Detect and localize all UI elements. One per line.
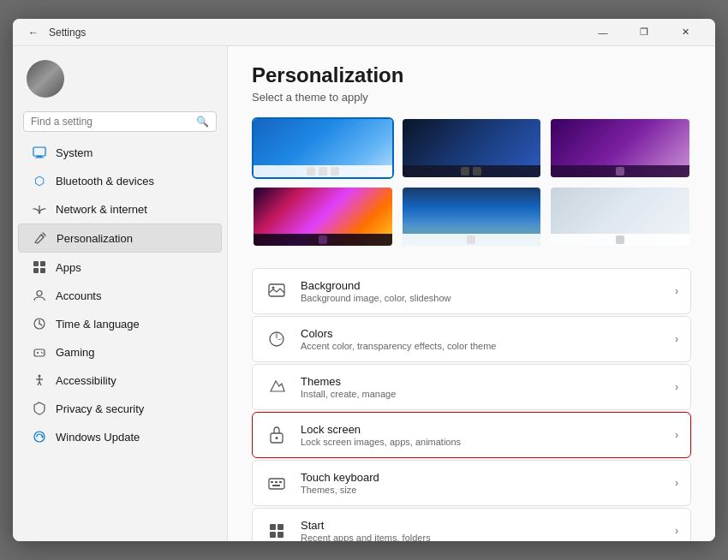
sidebar-item-system-label: System bbox=[56, 146, 92, 159]
avatar bbox=[27, 60, 64, 98]
svg-rect-8 bbox=[40, 268, 45, 273]
themes-text: Themes Install, create, manage bbox=[301, 375, 663, 399]
system-icon bbox=[32, 145, 47, 160]
sidebar-item-gaming-label: Gaming bbox=[56, 346, 95, 359]
theme-grid bbox=[252, 117, 691, 247]
sidebar-item-accessibility[interactable]: Accessibility bbox=[18, 366, 222, 394]
sidebar-item-bluetooth-label: Bluetooth & devices bbox=[56, 175, 154, 188]
lock-screen-chevron: › bbox=[675, 429, 678, 441]
background-chevron: › bbox=[675, 285, 678, 297]
settings-item-lock-screen[interactable]: Lock screen Lock screen images, apps, an… bbox=[252, 412, 691, 458]
titlebar: ← Settings — ❐ ✕ bbox=[13, 19, 715, 46]
sidebar-item-update-label: Windows Update bbox=[56, 431, 140, 444]
start-icon bbox=[265, 519, 289, 541]
svg-line-22 bbox=[39, 382, 41, 385]
settings-item-start[interactable]: Start Recent apps and items, folders › bbox=[252, 508, 691, 541]
svg-point-3 bbox=[39, 211, 40, 213]
svg-rect-30 bbox=[269, 479, 284, 489]
svg-point-26 bbox=[272, 287, 275, 289]
start-text: Start Recent apps and items, folders bbox=[301, 519, 663, 541]
sidebar-item-accounts[interactable]: Accounts bbox=[18, 282, 222, 309]
settings-item-touch-keyboard[interactable]: Touch keyboard Themes, size › bbox=[252, 460, 691, 506]
touch-keyboard-desc: Themes, size bbox=[301, 485, 663, 495]
touch-keyboard-chevron: › bbox=[675, 477, 678, 489]
svg-line-12 bbox=[39, 324, 42, 325]
background-text: Background Background image, color, slid… bbox=[301, 279, 663, 303]
svg-point-18 bbox=[39, 375, 41, 378]
window-controls: — ❐ ✕ bbox=[583, 19, 705, 46]
sidebar-item-personalization[interactable]: Personalization bbox=[18, 223, 222, 253]
sidebar-item-time-label: Time & language bbox=[56, 318, 140, 331]
accessibility-icon bbox=[32, 372, 47, 388]
theme-1[interactable] bbox=[252, 117, 394, 179]
sidebar-item-apps-label: Apps bbox=[56, 261, 81, 274]
sidebar-item-network[interactable]: Network & internet bbox=[18, 195, 222, 223]
window-title: Settings bbox=[49, 27, 86, 39]
privacy-icon bbox=[32, 401, 47, 416]
main-content: 🔍 System ⬡ Bluetooth & devices bbox=[13, 46, 715, 541]
start-chevron: › bbox=[675, 525, 678, 537]
close-button[interactable]: ✕ bbox=[665, 19, 705, 46]
theme-2[interactable] bbox=[401, 117, 543, 179]
svg-rect-33 bbox=[279, 481, 282, 483]
touch-keyboard-text: Touch keyboard Themes, size bbox=[301, 471, 663, 495]
lock-screen-icon bbox=[265, 423, 289, 447]
themes-title: Themes bbox=[301, 375, 663, 388]
themes-desc: Install, create, manage bbox=[301, 389, 663, 399]
sidebar-item-privacy[interactable]: Privacy & security bbox=[18, 395, 222, 422]
maximize-button[interactable]: ❐ bbox=[624, 19, 664, 46]
settings-window: ← Settings — ❐ ✕ 🔍 bbox=[13, 19, 715, 541]
svg-rect-7 bbox=[33, 268, 39, 273]
search-box[interactable]: 🔍 bbox=[23, 111, 217, 132]
bluetooth-icon: ⬡ bbox=[32, 173, 47, 188]
settings-item-background[interactable]: Background Background image, color, slid… bbox=[252, 268, 691, 314]
sidebar-item-bluetooth[interactable]: ⬡ Bluetooth & devices bbox=[18, 167, 222, 194]
svg-rect-36 bbox=[277, 524, 283, 530]
background-title: Background bbox=[301, 279, 663, 292]
theme-4[interactable] bbox=[252, 186, 394, 247]
settings-item-themes[interactable]: Themes Install, create, manage › bbox=[252, 364, 691, 410]
sidebar: 🔍 System ⬡ Bluetooth & devices bbox=[13, 46, 227, 541]
touch-keyboard-icon bbox=[265, 471, 289, 495]
update-icon bbox=[32, 429, 47, 444]
svg-rect-31 bbox=[271, 481, 273, 483]
background-icon bbox=[265, 279, 289, 303]
minimize-button[interactable]: — bbox=[583, 19, 623, 46]
touch-keyboard-title: Touch keyboard bbox=[301, 471, 663, 484]
user-profile bbox=[13, 53, 227, 111]
lock-screen-text: Lock screen Lock screen images, apps, an… bbox=[301, 423, 663, 447]
svg-rect-34 bbox=[272, 485, 280, 486]
svg-rect-37 bbox=[270, 532, 276, 538]
start-title: Start bbox=[301, 519, 663, 532]
back-button[interactable]: ← bbox=[23, 22, 44, 43]
svg-rect-32 bbox=[275, 481, 277, 483]
svg-rect-5 bbox=[33, 261, 39, 266]
svg-point-17 bbox=[42, 353, 43, 354]
theme-6[interactable] bbox=[549, 186, 691, 247]
lock-screen-title: Lock screen bbox=[301, 423, 663, 436]
sidebar-item-gaming[interactable]: Gaming bbox=[18, 338, 222, 366]
theme-5[interactable] bbox=[401, 186, 543, 247]
svg-point-29 bbox=[276, 437, 278, 439]
sidebar-item-system[interactable]: System bbox=[18, 139, 222, 166]
svg-marker-24 bbox=[42, 435, 44, 438]
gaming-icon bbox=[32, 344, 47, 360]
sidebar-item-privacy-label: Privacy & security bbox=[56, 402, 144, 415]
sidebar-item-network-label: Network & internet bbox=[56, 203, 147, 216]
search-input[interactable] bbox=[31, 116, 191, 128]
right-panel: Personalization Select a theme to apply bbox=[227, 46, 715, 541]
sidebar-item-apps[interactable]: Apps bbox=[18, 253, 222, 281]
colors-chevron: › bbox=[675, 333, 678, 345]
search-icon: 🔍 bbox=[196, 116, 209, 128]
svg-rect-6 bbox=[40, 261, 45, 266]
sidebar-item-time[interactable]: Time & language bbox=[18, 310, 222, 337]
page-title: Personalization bbox=[252, 63, 691, 87]
theme-3[interactable] bbox=[549, 117, 691, 179]
sidebar-item-update[interactable]: Windows Update bbox=[18, 423, 222, 450]
svg-rect-38 bbox=[277, 532, 283, 538]
svg-rect-35 bbox=[270, 524, 276, 530]
svg-point-9 bbox=[37, 291, 42, 296]
settings-item-colors[interactable]: Colors Accent color, transparency effect… bbox=[252, 316, 691, 362]
svg-point-16 bbox=[41, 352, 42, 353]
sidebar-item-accounts-label: Accounts bbox=[56, 289, 101, 302]
